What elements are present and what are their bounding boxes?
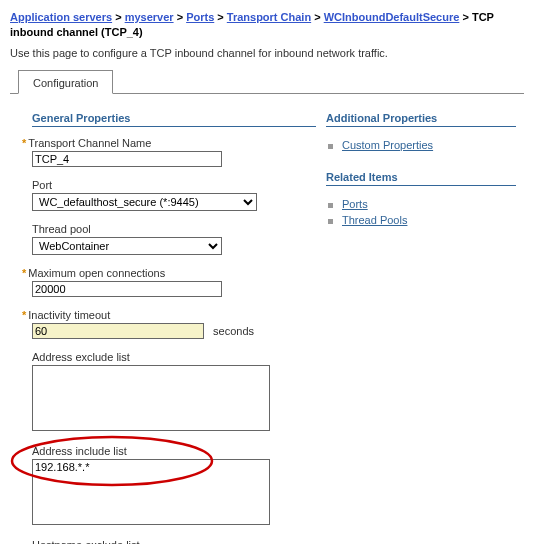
required-icon: *: [22, 137, 26, 149]
textarea-address-exclude-list[interactable]: [32, 365, 270, 431]
label-hostname-exclude-list: Hostname exclude list: [32, 539, 140, 544]
breadcrumb-link-transportchain[interactable]: Transport Chain: [227, 11, 311, 23]
select-thread-pool[interactable]: WebContainer: [32, 237, 222, 255]
additional-properties-list: Custom Properties: [326, 137, 516, 153]
label-inactivity-timeout: Inactivity timeout: [28, 309, 110, 321]
breadcrumb-link-wcinbound[interactable]: WCInboundDefaultSecure: [324, 11, 460, 23]
input-transport-channel-name[interactable]: [32, 151, 222, 167]
breadcrumb-sep: >: [314, 11, 323, 23]
breadcrumb-sep: >: [115, 11, 124, 23]
breadcrumb-sep: >: [177, 11, 186, 23]
breadcrumb-sep: >: [462, 11, 471, 23]
breadcrumb-link-myserver[interactable]: myserver: [125, 11, 174, 23]
required-icon: *: [22, 267, 26, 279]
tab-bar: Configuration: [10, 69, 524, 94]
page-description: Use this page to configure a TCP inbound…: [10, 47, 524, 59]
list-item: Thread Pools: [326, 212, 516, 228]
label-transport-channel-name: Transport Channel Name: [28, 137, 151, 149]
section-additional-properties: Additional Properties: [326, 112, 516, 127]
section-related-items: Related Items: [326, 171, 516, 186]
link-ports[interactable]: Ports: [342, 198, 368, 210]
breadcrumb-link-appservers[interactable]: Application servers: [10, 11, 112, 23]
label-thread-pool: Thread pool: [32, 223, 91, 235]
related-items-list: Ports Thread Pools: [326, 196, 516, 228]
list-item: Ports: [326, 196, 516, 212]
inactivity-unit: seconds: [213, 325, 254, 337]
link-thread-pools[interactable]: Thread Pools: [342, 214, 407, 226]
tab-configuration[interactable]: Configuration: [18, 70, 113, 94]
link-custom-properties[interactable]: Custom Properties: [342, 139, 433, 151]
label-max-open-connections: Maximum open connections: [28, 267, 165, 279]
select-port[interactable]: WC_defaulthost_secure (*:9445): [32, 193, 257, 211]
breadcrumb-link-ports[interactable]: Ports: [186, 11, 214, 23]
input-inactivity-timeout[interactable]: [32, 323, 204, 339]
input-max-open-connections[interactable]: [32, 281, 222, 297]
breadcrumb: Application servers > myserver > Ports >…: [10, 10, 524, 41]
section-general-properties: General Properties: [32, 112, 316, 127]
textarea-address-include-list[interactable]: 192.168.*.*: [32, 459, 270, 525]
list-item: Custom Properties: [326, 137, 516, 153]
required-icon: *: [22, 309, 26, 321]
breadcrumb-sep: >: [217, 11, 226, 23]
label-address-include-list: Address include list: [32, 445, 127, 457]
label-address-exclude-list: Address exclude list: [32, 351, 130, 363]
label-port: Port: [32, 179, 52, 191]
